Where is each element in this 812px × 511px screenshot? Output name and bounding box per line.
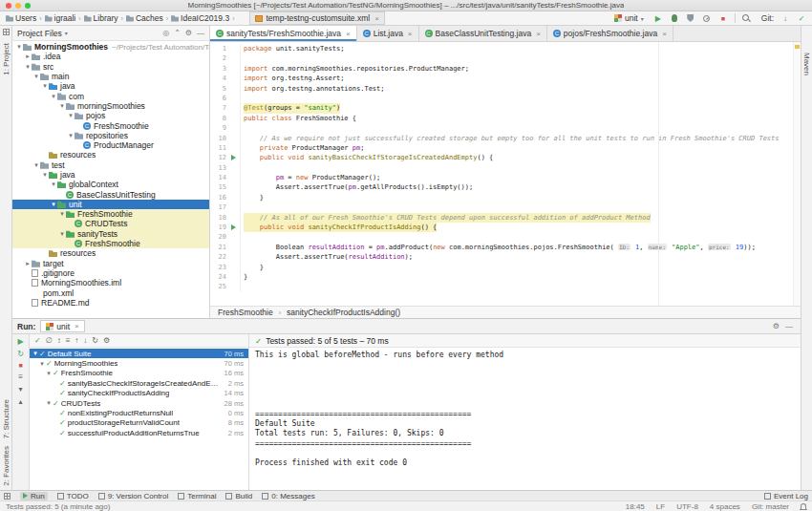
project-tree-item[interactable]: ▾java — [12, 81, 209, 91]
toolwindow-button-terminal[interactable]: Terminal — [178, 492, 216, 500]
tree-collapse-icon[interactable]: ▾ — [45, 370, 53, 377]
toolwindow-button-build[interactable]: Build — [225, 492, 252, 500]
project-tree-item[interactable]: CFreshSmoothie — [12, 120, 209, 130]
show-passed-icon[interactable]: ✓ — [34, 336, 41, 345]
project-tree-item[interactable]: ▾repositories — [12, 131, 209, 140]
project-tree-item[interactable]: ▸.idea — [12, 52, 209, 61]
test-tree-item[interactable]: ▾✓FreshSmoothie16 ms — [30, 369, 248, 378]
code-line[interactable]: 20 — [210, 232, 801, 242]
close-icon[interactable]: × — [536, 30, 541, 38]
project-tree-item[interactable]: ▾pojos — [12, 111, 209, 120]
sidebar-item-maven[interactable]: Maven — [802, 53, 811, 75]
test-tree-item[interactable]: ▾✓MorningSmoothies70 ms — [30, 358, 248, 368]
collapse-all-icon[interactable]: ⌃ — [174, 29, 181, 37]
project-tree-item[interactable]: CCRUDTests — [12, 219, 209, 228]
code-line[interactable]: 12 public void sanityBasicCheckIfStorage… — [210, 153, 801, 162]
tree-collapse-icon[interactable]: ▾ — [58, 210, 66, 218]
editor-tab[interactable]: Cpojos/FreshSmoothie.java× — [547, 26, 673, 41]
git-branch[interactable]: Git: master — [752, 502, 789, 511]
tree-collapse-icon[interactable]: ▾ — [58, 230, 66, 238]
tree-collapse-icon[interactable]: ▾ — [58, 102, 66, 110]
editor-tab[interactable]: CList.java× — [357, 26, 419, 41]
close-icon[interactable]: × — [374, 14, 379, 23]
project-tree-item[interactable]: ▾java — [12, 170, 209, 180]
tree-collapse-icon[interactable]: ▾ — [67, 112, 75, 119]
code-line[interactable]: 24} — [210, 272, 801, 282]
project-tree-item[interactable]: ▾sanityTests — [12, 229, 209, 239]
code-line[interactable]: 11 private ProductManager pm; — [210, 143, 801, 153]
locate-icon[interactable]: ◎ — [162, 29, 169, 37]
code-line[interactable]: 10 // As we require not just successfull… — [210, 134, 801, 143]
tab-run-unit[interactable]: unit × — [40, 320, 84, 332]
zoom-window-button[interactable] — [25, 3, 31, 9]
code-line[interactable]: 8public class FreshSmoothie { — [210, 114, 801, 123]
close-icon[interactable]: × — [662, 30, 667, 38]
rerun-failed-button[interactable]: ↻ — [17, 350, 24, 358]
gear-icon[interactable]: ⚙ — [773, 322, 780, 330]
close-icon[interactable]: × — [408, 30, 413, 38]
tree-collapse-icon[interactable]: ▾ — [67, 132, 75, 139]
code-line[interactable]: 9 — [210, 123, 801, 133]
breadcrumb-item[interactable]: Library — [84, 13, 118, 23]
code-line[interactable]: 17 — [210, 202, 801, 212]
tree-collapse-icon[interactable]: ▾ — [24, 63, 32, 71]
project-tree-item[interactable]: ▾src — [12, 62, 209, 72]
tree-collapse-icon[interactable]: ▾ — [45, 399, 53, 407]
breadcrumb-method[interactable]: sanityCheckIfProductIsAdding() — [287, 308, 400, 317]
code-line[interactable]: 18 // As all of our Fresh Smoothie's CRU… — [210, 213, 801, 223]
tree-expand-icon[interactable]: ▸ — [24, 53, 32, 60]
sidebar-item-project[interactable]: 1: Project — [2, 43, 11, 75]
tool-windows-icon[interactable] — [3, 29, 10, 35]
sort-icon[interactable]: ↕ — [57, 336, 61, 345]
project-tree-item[interactable]: .gitignore — [12, 268, 209, 278]
project-tree-item[interactable]: ▸target — [12, 259, 209, 268]
project-tree-item[interactable]: MorningSmoothies.iml — [12, 278, 209, 287]
editor-tab[interactable]: CsanityTests/FreshSmoothie.java× — [210, 26, 357, 41]
line-separator[interactable]: LF — [656, 502, 665, 511]
project-tree-item[interactable]: resources — [12, 248, 209, 258]
project-tree-item[interactable]: CFreshSmoothie — [12, 239, 209, 248]
debug-button[interactable] — [670, 13, 679, 23]
code-line[interactable]: 19 public void sanityCheckIfProductIsAdd… — [210, 223, 801, 232]
breadcrumb-class[interactable]: FreshSmoothie — [218, 308, 273, 317]
test-tree-item[interactable]: ▾✓CRUDTests28 ms — [30, 398, 248, 408]
show-ignored-icon[interactable]: ∅ — [46, 336, 53, 345]
project-tree-item[interactable]: README.md — [12, 298, 209, 308]
collapse-all-icon[interactable]: ▴ — [18, 397, 22, 406]
code-line[interactable]: 5import org.testng.annotations.Test; — [210, 84, 801, 94]
run-test-icon[interactable] — [231, 155, 236, 160]
project-tree-item[interactable]: CProductManager — [12, 140, 209, 150]
test-tree-item[interactable]: ✓sanityBasicCheckIfStorageIsCreatedAndEm… — [30, 378, 248, 388]
stop-button[interactable]: ■ — [18, 362, 22, 369]
rerun-button[interactable]: ▶ — [17, 337, 23, 346]
tree-collapse-icon[interactable]: ▾ — [15, 43, 23, 51]
toolwindow-button-9-version-control[interactable]: 9: Version Control — [98, 492, 169, 500]
project-tree-item[interactable]: pom.xml — [12, 287, 209, 297]
expand-all-icon[interactable]: ▾ — [18, 385, 22, 394]
next-test-icon[interactable]: ↓ — [83, 336, 87, 345]
bell-icon[interactable] — [801, 503, 806, 509]
options-icon[interactable]: ≡ — [66, 336, 71, 345]
run-button[interactable]: ▶ — [653, 13, 663, 23]
code-line[interactable]: 21 Boolean resultAddition = pm.addProduc… — [210, 243, 801, 252]
tree-collapse-icon[interactable]: ▾ — [41, 171, 49, 179]
stop-button[interactable]: ■ — [718, 13, 728, 23]
git-commit-button[interactable]: ✓ — [797, 13, 806, 23]
code-line[interactable]: 3import com.morningSmoothies.repositorie… — [210, 64, 801, 74]
test-tree-item[interactable]: ✓sanityCheckIfProductIsAdding14 ms — [30, 389, 248, 398]
console-output[interactable]: This is global beforeMethod - runs befor… — [249, 348, 801, 490]
project-tree-item[interactable]: ▾unit — [12, 200, 209, 209]
tree-collapse-icon[interactable]: ▾ — [38, 360, 46, 368]
tab-temp-testng-customsuite[interactable]: temp-testng-customsuite.xml × — [249, 11, 384, 25]
code-line[interactable]: 4import org.testng.Assert; — [210, 74, 801, 83]
editor-tab[interactable]: CBaseClassUnitTesting.java× — [419, 26, 547, 41]
run-test-icon[interactable] — [231, 224, 236, 230]
toolwindow-button-todo[interactable]: TODO — [57, 492, 89, 500]
tree-collapse-icon[interactable]: ▾ — [50, 93, 57, 100]
close-icon[interactable]: × — [346, 30, 351, 38]
project-tree-item[interactable]: CBaseClassUnitTesting — [12, 189, 209, 199]
code-line[interactable]: 25 — [210, 282, 801, 291]
project-tree-item[interactable]: ▾MorningSmoothies~/Projects/Test Automat… — [12, 42, 209, 52]
run-config-selector[interactable]: unit ▾ — [611, 13, 647, 23]
test-tree-item[interactable]: ✓nonExistingProductReturnsNull0 ms — [30, 408, 248, 417]
